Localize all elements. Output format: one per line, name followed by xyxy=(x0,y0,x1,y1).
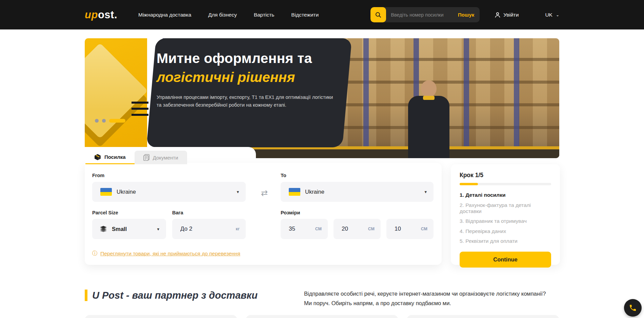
dimension-width-unit: СМ xyxy=(368,227,375,231)
carousel-dot-2[interactable] xyxy=(102,119,106,123)
dimension-width-input[interactable] xyxy=(342,226,365,232)
weight-unit: кг xyxy=(236,227,240,231)
nav-item-pricing[interactable]: Вартість xyxy=(254,12,275,18)
from-label: From xyxy=(92,173,104,178)
direction-card-1[interactable] xyxy=(85,315,237,318)
parcel-size-label: Parcel Size xyxy=(92,210,118,215)
phone-chat-button[interactable] xyxy=(624,299,642,317)
dimension-height-field: СМ xyxy=(386,219,434,239)
hero-title-line2: логістичні рішення xyxy=(157,69,340,85)
nav-item-international[interactable]: Міжнародна доставка xyxy=(138,12,191,18)
parcel-size-select[interactable]: Small ▾ xyxy=(92,219,166,239)
tab-documents[interactable]: Документи xyxy=(135,151,187,164)
login-button[interactable]: Увійти xyxy=(495,12,519,18)
parcel-form-card: From Ukraine ▾ ⇄ To Ukraine ▾ Parcel Siz… xyxy=(85,163,442,265)
envelope-graphic xyxy=(85,38,147,147)
caret-down-icon: ▾ xyxy=(157,227,159,232)
hero-text: Митне оформлення та логістичні рішення У… xyxy=(157,50,340,109)
step-item-4: 4. Перевірка даних xyxy=(460,228,551,234)
nav-item-track[interactable]: Відстежити xyxy=(291,12,319,18)
login-label: Увійти xyxy=(503,12,519,18)
steps-progress-fill xyxy=(460,183,478,185)
courier-figure xyxy=(403,80,454,158)
dimension-height-input[interactable] xyxy=(395,226,418,232)
caret-down-icon: ▾ xyxy=(424,189,427,194)
dimension-height-unit: СМ xyxy=(421,227,427,231)
parcel-size-icon xyxy=(100,226,107,232)
steps-list: 1. Деталі посилки 2. Рахунок-фактура та … xyxy=(460,192,551,244)
parcel-box-icon xyxy=(94,154,101,160)
phone-icon xyxy=(629,304,637,312)
restricted-items-link-text[interactable]: Переглянути товари, які не приймаються д… xyxy=(100,251,240,257)
swap-countries-icon[interactable]: ⇄ xyxy=(259,188,269,198)
header: upost. Міжнародна доставка Для бізнесу В… xyxy=(0,0,644,29)
user-icon xyxy=(495,12,501,18)
chevron-down-icon: ⌄ xyxy=(556,13,559,17)
dimensions-label: Розміри xyxy=(281,210,300,215)
from-country-select[interactable]: Ukraine ▾ xyxy=(92,182,246,202)
documents-icon xyxy=(143,154,149,161)
carousel-dot-1[interactable] xyxy=(95,119,99,123)
steps-title: Крок 1/5 xyxy=(460,172,551,179)
direction-card-3[interactable] xyxy=(407,315,559,318)
language-selector[interactable]: UK ⌄ xyxy=(545,12,559,18)
tracking-search: Пошук xyxy=(370,7,480,22)
parcel-size-value: Small xyxy=(112,226,127,232)
step-item-1: 1. Деталі посилки xyxy=(460,192,551,198)
heading-accent-bar xyxy=(85,290,87,301)
carousel-dots xyxy=(95,119,125,123)
to-country-value: Ukraine xyxy=(305,189,324,195)
logo-rest-part: ost. xyxy=(98,9,117,21)
main-nav: Міжнародна доставка Для бізнесу Вартість… xyxy=(138,12,319,18)
direction-card-2[interactable] xyxy=(246,315,398,318)
from-country-value: Ukraine xyxy=(117,189,136,195)
intro-paragraph: Відправляєте особисті речі, керуєте інте… xyxy=(304,289,568,308)
step-item-5: 5. Реквізити для оплати xyxy=(460,238,551,244)
checkout-steps-card: Крок 1/5 1. Деталі посилки 2. Рахунок-фа… xyxy=(451,164,560,265)
nav-item-business[interactable]: Для бізнесу xyxy=(208,12,237,18)
steps-progress-track xyxy=(460,183,551,185)
carousel-dot-3-active[interactable] xyxy=(109,119,125,123)
weight-field: кг xyxy=(172,219,246,239)
logo-up-part: up xyxy=(85,9,98,21)
info-icon: ⓘ xyxy=(92,250,98,257)
ukraine-flag-icon xyxy=(289,188,300,196)
weight-label: Вага xyxy=(172,210,183,215)
step-item-3: 3. Відправник та отримувач xyxy=(460,218,551,224)
to-label: To xyxy=(281,173,286,178)
logo[interactable]: upost. xyxy=(85,9,117,21)
shipment-type-tabs: Посилка Документи xyxy=(85,151,187,164)
dimension-length-unit: СМ xyxy=(315,227,322,231)
continue-button[interactable]: Continue xyxy=(460,252,551,268)
tab-parcel[interactable]: Посилка xyxy=(85,151,135,164)
tab-parcel-label: Посилка xyxy=(104,154,126,160)
weight-input[interactable] xyxy=(180,226,218,232)
tab-documents-label: Документи xyxy=(153,155,178,161)
dimension-length-input[interactable] xyxy=(289,226,313,232)
search-icon-button[interactable] xyxy=(370,7,386,22)
restricted-items-link[interactable]: ⓘ Переглянути товари, які не приймаються… xyxy=(92,250,240,257)
search-icon xyxy=(375,12,382,18)
language-value: UK xyxy=(545,12,552,18)
search-submit-button[interactable]: Пошук xyxy=(458,12,480,18)
ukraine-flag-icon xyxy=(100,188,112,196)
hero-banner: Митне оформлення та логістичні рішення У… xyxy=(85,38,559,158)
dimension-length-field: СМ xyxy=(281,219,328,239)
dimension-width-field: СМ xyxy=(334,219,381,239)
step-item-2: 2. Рахунок-фактура та деталі доставки xyxy=(460,202,551,214)
search-input[interactable] xyxy=(386,12,458,18)
page: upost. Міжнародна доставка Для бізнесу В… xyxy=(0,0,644,318)
hero-title-line1: Митне оформлення та xyxy=(157,50,340,66)
to-country-select[interactable]: Ukraine ▾ xyxy=(281,182,434,202)
caret-down-icon: ▾ xyxy=(237,189,239,194)
hero-subtitle: Управління процесами імпорту, експорту, … xyxy=(157,93,340,109)
intro-heading: U Post - ваш партнер з доставки xyxy=(85,290,258,301)
intro-title: U Post - ваш партнер з доставки xyxy=(92,290,258,301)
